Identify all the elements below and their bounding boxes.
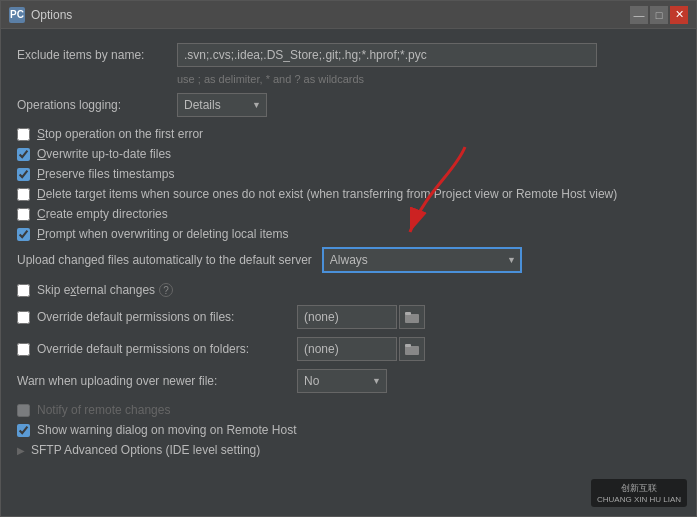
delete-target-label: Delete target items when source ones do … — [37, 187, 617, 201]
exclude-hint: use ; as delimiter, * and ? as wildcards — [177, 73, 680, 85]
titlebar: PC Options — □ ✕ — [1, 1, 696, 29]
show-warning-label: Show warning dialog on moving on Remote … — [37, 423, 296, 437]
permissions-folders-checkbox[interactable] — [17, 343, 30, 356]
permissions-folders-checkbox-row: Override default permissions on folders: — [17, 342, 297, 356]
folder-icon — [405, 311, 419, 323]
arrow-area: Prompt when overwriting or deleting loca… — [17, 227, 680, 241]
operations-logging-select[interactable]: Details Brief None — [177, 93, 267, 117]
checkbox-show-warning: Show warning dialog on moving on Remote … — [17, 423, 680, 437]
upload-auto-label: Upload changed files automatically to th… — [17, 253, 312, 267]
bottom-section: Notify of remote changes Show warning di… — [17, 403, 680, 457]
permissions-folders-browse-button[interactable] — [399, 337, 425, 361]
upload-auto-select-wrapper: Always Never On explicit save action — [322, 247, 522, 273]
window-icon: PC — [9, 7, 25, 23]
exclude-input[interactable] — [177, 43, 597, 67]
checkbox-create-empty-dirs: Create empty directories — [17, 207, 680, 221]
skip-external-label: Skip external changes — [37, 283, 155, 297]
permissions-files-browse-button[interactable] — [399, 305, 425, 329]
operations-logging-row: Operations logging: Details Brief None — [17, 93, 680, 117]
warn-newer-label: Warn when uploading over newer file: — [17, 374, 297, 388]
close-button[interactable]: ✕ — [670, 6, 688, 24]
permissions-folders-label: Override default permissions on folders: — [37, 342, 249, 356]
notify-remote-checkbox[interactable] — [17, 404, 30, 417]
svg-rect-3 — [405, 346, 419, 355]
sftp-label: SFTP Advanced Options (IDE level setting… — [31, 443, 260, 457]
sftp-row: ▶ SFTP Advanced Options (IDE level setti… — [17, 443, 680, 457]
preserve-timestamps-label: Preserve files timestamps — [37, 167, 174, 181]
overwrite-uptodate-checkbox[interactable] — [17, 148, 30, 161]
permissions-files-checkbox[interactable] — [17, 311, 30, 324]
checkbox-preserve-timestamps: Preserve files timestamps — [17, 167, 680, 181]
upload-auto-select[interactable]: Always Never On explicit save action — [322, 247, 522, 273]
svg-rect-2 — [405, 312, 411, 315]
create-empty-dirs-label: Create empty directories — [37, 207, 168, 221]
create-empty-dirs-checkbox[interactable] — [17, 208, 30, 221]
folder-icon-2 — [405, 343, 419, 355]
delete-target-checkbox[interactable] — [17, 188, 30, 201]
permissions-files-row: Override default permissions on files: — [17, 305, 680, 329]
window-title: Options — [31, 8, 628, 22]
show-warning-checkbox[interactable] — [17, 424, 30, 437]
content-area: Exclude items by name: use ; as delimite… — [1, 29, 696, 516]
checkbox-prompt-overwriting: Prompt when overwriting or deleting loca… — [17, 227, 680, 241]
skip-external-checkbox[interactable] — [17, 284, 30, 297]
stop-on-error-label: Stop operation on the first error — [37, 127, 203, 141]
exclude-row: Exclude items by name: — [17, 43, 680, 67]
checkbox-stop-on-error: Stop operation on the first error — [17, 127, 680, 141]
warn-newer-row: Warn when uploading over newer file: No … — [17, 369, 680, 393]
permissions-files-label: Override default permissions on files: — [37, 310, 234, 324]
upload-auto-row: Upload changed files automatically to th… — [17, 247, 680, 273]
permissions-files-checkbox-row: Override default permissions on files: — [17, 310, 297, 324]
svg-rect-1 — [405, 314, 419, 323]
options-window: PC Options — □ ✕ Exclude items by name: … — [0, 0, 697, 517]
operations-logging-label: Operations logging: — [17, 98, 177, 112]
permissions-folders-input-wrapper — [297, 337, 425, 361]
prompt-overwriting-label: Prompt when overwriting or deleting loca… — [37, 227, 288, 241]
overwrite-uptodate-label: Overwrite up-to-date files — [37, 147, 171, 161]
minimize-button[interactable]: — — [630, 6, 648, 24]
warn-newer-select-wrapper: No Yes — [297, 369, 387, 393]
checkbox-delete-target: Delete target items when source ones do … — [17, 187, 680, 201]
checkbox-skip-external: Skip external changes ? — [17, 283, 680, 297]
stop-on-error-checkbox[interactable] — [17, 128, 30, 141]
sftp-expand-arrow[interactable]: ▶ — [17, 445, 25, 456]
maximize-button[interactable]: □ — [650, 6, 668, 24]
preserve-timestamps-checkbox[interactable] — [17, 168, 30, 181]
warn-newer-select[interactable]: No Yes — [297, 369, 387, 393]
permissions-files-input-wrapper — [297, 305, 425, 329]
svg-rect-4 — [405, 344, 411, 347]
notify-remote-label: Notify of remote changes — [37, 403, 170, 417]
skip-external-help-icon[interactable]: ? — [159, 283, 173, 297]
prompt-overwriting-checkbox[interactable] — [17, 228, 30, 241]
watermark: 创新互联 CHUANG XIN HU LIAN — [591, 479, 687, 507]
permissions-folders-input[interactable] — [297, 337, 397, 361]
permissions-files-input[interactable] — [297, 305, 397, 329]
operations-logging-select-wrapper: Details Brief None — [177, 93, 267, 117]
checkbox-overwrite-uptodate: Overwrite up-to-date files — [17, 147, 680, 161]
permissions-folders-row: Override default permissions on folders: — [17, 337, 680, 361]
checkbox-notify-remote: Notify of remote changes — [17, 403, 680, 417]
exclude-label: Exclude items by name: — [17, 48, 177, 62]
